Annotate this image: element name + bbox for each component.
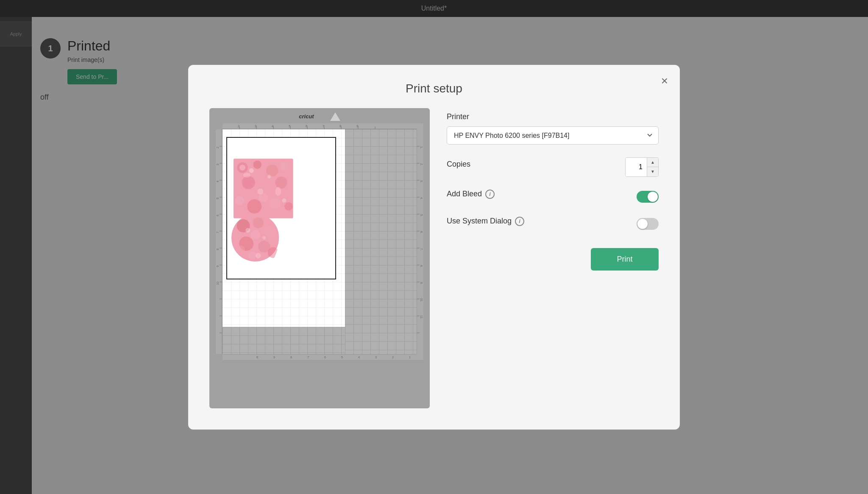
svg-text:8: 8 — [339, 124, 342, 128]
svg-point-46 — [280, 162, 289, 170]
dialog-title: Print setup — [209, 82, 659, 95]
svg-text:01.: 01. — [420, 298, 423, 302]
close-button[interactable]: × — [661, 75, 668, 87]
svg-point-53 — [284, 202, 293, 211]
use-system-dialog-row: Use System Dialog i — [447, 217, 659, 231]
svg-text:9: 9 — [216, 265, 219, 267]
svg-point-64 — [264, 226, 276, 238]
svg-text:3: 3 — [216, 163, 219, 165]
svg-text:9.: 9. — [420, 282, 423, 285]
svg-text:5: 5 — [341, 356, 343, 359]
printer-label: Printer — [447, 112, 659, 121]
svg-point-48 — [261, 180, 272, 191]
svg-point-71 — [245, 228, 250, 233]
svg-point-43 — [239, 165, 245, 170]
mat-preview: cricut — [209, 108, 430, 408]
copies-input-container: ▲ ▼ — [625, 157, 659, 177]
svg-text:6: 6 — [324, 356, 326, 359]
svg-text:7: 7 — [216, 231, 219, 233]
add-bleed-info-icon[interactable]: i — [485, 190, 495, 199]
add-bleed-row: Add Bleed i — [447, 190, 659, 204]
cricut-logo: cricut — [299, 113, 314, 120]
copies-row: Copies ▲ ▼ — [447, 157, 659, 177]
add-bleed-setting-row: Add Bleed i — [447, 190, 659, 204]
svg-text:1: 1 — [409, 356, 411, 359]
copies-label: Copies — [447, 160, 470, 169]
svg-point-63 — [253, 218, 263, 228]
printer-select[interactable]: HP ENVY Photo 6200 series [F97B14] — [447, 126, 659, 145]
svg-point-58 — [267, 175, 271, 178]
svg-text:1.: 1. — [420, 146, 423, 149]
svg-text:3.: 3. — [420, 180, 423, 183]
svg-text:7: 7 — [323, 124, 325, 128]
svg-point-68 — [236, 245, 245, 254]
dialog-body: cricut — [209, 108, 659, 408]
settings-panel: Printer HP ENVY Photo 6200 series [F97B1… — [447, 108, 659, 408]
svg-text:2: 2 — [392, 356, 394, 359]
mat-triangle — [330, 112, 340, 121]
svg-point-55 — [243, 173, 250, 177]
mat-header: cricut — [299, 112, 340, 121]
svg-point-56 — [275, 187, 281, 196]
use-system-dialog-label: Use System Dialog i — [447, 217, 524, 226]
copies-setting-row: Copies ▲ ▼ — [447, 157, 659, 177]
add-bleed-label: Add Bleed i — [447, 190, 495, 199]
svg-point-50 — [235, 195, 244, 205]
svg-point-70 — [248, 251, 256, 260]
copies-increment-button[interactable]: ▲ — [647, 158, 658, 167]
svg-text:3: 3 — [375, 356, 377, 359]
svg-text:5: 5 — [289, 124, 291, 128]
svg-text:4.: 4. — [420, 197, 423, 200]
svg-text:4: 4 — [216, 180, 219, 182]
svg-text:8.: 8. — [420, 265, 423, 268]
svg-text:2: 2 — [238, 124, 240, 128]
print-button[interactable]: Print — [591, 248, 659, 271]
svg-text:10: 10 — [216, 282, 219, 285]
use-system-dialog-setting-row: Use System Dialog i — [447, 217, 659, 231]
svg-text:3: 3 — [255, 124, 257, 128]
use-system-dialog-info-icon[interactable]: i — [515, 217, 524, 226]
svg-text:8: 8 — [216, 248, 219, 250]
printer-setting-row: Printer HP ENVY Photo 6200 series [F97B1… — [447, 112, 659, 145]
svg-text:11.: 11. — [420, 315, 423, 319]
use-system-dialog-toggle[interactable] — [637, 218, 659, 230]
svg-text:6.: 6. — [420, 231, 423, 234]
add-bleed-toggle-knob — [648, 192, 658, 202]
svg-text:8: 8 — [290, 356, 292, 359]
svg-point-69 — [268, 247, 278, 258]
svg-point-59 — [257, 189, 263, 195]
svg-text:6: 6 — [216, 214, 219, 216]
svg-text:9: 9 — [273, 356, 275, 359]
svg-text:2.: 2. — [420, 163, 423, 166]
svg-point-47 — [242, 176, 255, 189]
copies-input[interactable] — [626, 158, 647, 176]
svg-point-44 — [253, 160, 262, 169]
svg-point-73 — [256, 253, 261, 259]
svg-text:4: 4 — [272, 124, 274, 128]
copies-spinners: ▲ ▼ — [647, 158, 658, 176]
svg-text:5.: 5. — [420, 214, 423, 217]
dialog-footer: Print — [447, 248, 659, 271]
copies-decrement-button[interactable]: ▼ — [647, 167, 658, 176]
print-setup-dialog: × Print setup cricut — [188, 65, 680, 430]
svg-point-57 — [249, 168, 254, 173]
svg-point-67 — [250, 230, 260, 239]
svg-text:5: 5 — [216, 197, 219, 199]
use-system-dialog-toggle-knob — [637, 219, 648, 229]
svg-text:9: 9 — [356, 124, 359, 128]
svg-point-45 — [266, 165, 278, 176]
svg-text:E: E — [256, 356, 259, 359]
modal-overlay: × Print setup cricut — [0, 0, 868, 494]
svg-point-72 — [262, 236, 266, 240]
svg-text:7.: 7. — [420, 248, 423, 251]
svg-point-49 — [275, 176, 287, 188]
svg-text:6: 6 — [306, 124, 308, 128]
svg-text:7: 7 — [307, 356, 309, 359]
svg-point-52 — [269, 198, 281, 209]
add-bleed-toggle[interactable] — [637, 191, 659, 203]
svg-point-60 — [282, 198, 287, 203]
svg-text:2: 2 — [216, 146, 219, 148]
svg-text:4: 4 — [358, 356, 360, 359]
